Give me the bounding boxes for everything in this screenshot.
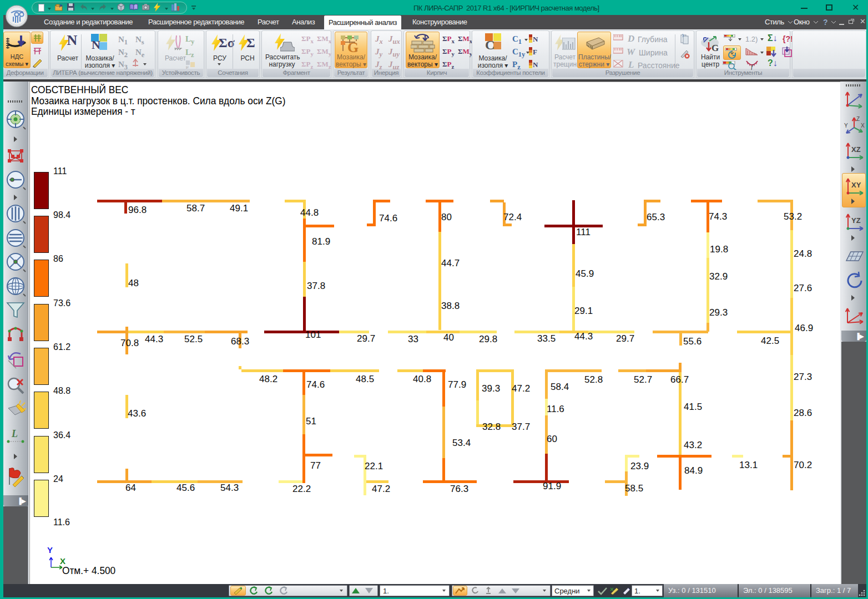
svg-text:G: G	[711, 43, 719, 53]
svg-text:μ: μ	[186, 64, 189, 69]
svg-text:Y: Y	[844, 123, 848, 129]
svg-text:N: N	[533, 60, 538, 69]
svg-text:XY: XY	[851, 181, 861, 189]
svg-text:N: N	[92, 38, 100, 50]
svg-text:Y: Y	[47, 545, 53, 555]
svg-text:Z: Z	[856, 116, 860, 122]
svg-text:X: X	[861, 123, 865, 129]
svg-text:L: L	[11, 428, 18, 439]
svg-text:G: G	[347, 39, 359, 53]
svg-text:F: F	[533, 48, 539, 56]
svg-text:X: X	[60, 556, 65, 566]
svg-text:XZ: XZ	[851, 145, 861, 154]
svg-text:N: N	[533, 35, 538, 43]
svg-text:C: C	[485, 38, 494, 51]
svg-text:YZ: YZ	[851, 216, 861, 225]
